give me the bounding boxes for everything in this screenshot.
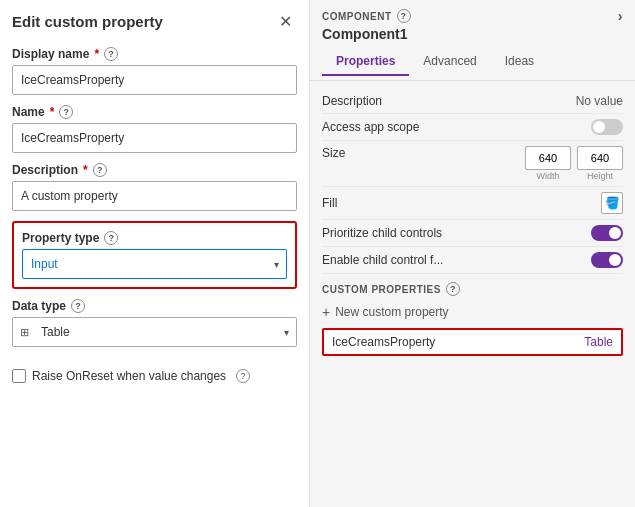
property-type-select[interactable]: Input Output Data xyxy=(22,249,287,279)
name-required-star: * xyxy=(50,105,55,119)
left-panel: Edit custom property ✕ Display name * ? … xyxy=(0,0,310,507)
description-group: Description * ? xyxy=(12,163,297,211)
property-type-select-wrapper: Input Output Data ▾ xyxy=(22,249,287,279)
data-type-label: Data type ? xyxy=(12,299,297,313)
data-type-section: Data type ? ⊞ Table Text Number Boolean … xyxy=(12,299,297,347)
size-width-input[interactable] xyxy=(525,146,571,170)
component-chevron-right-icon[interactable]: › xyxy=(618,8,623,24)
display-name-input[interactable] xyxy=(12,65,297,95)
right-panel: COMPONENT ? › Component1 Properties Adva… xyxy=(310,0,635,507)
name-input[interactable] xyxy=(12,123,297,153)
raise-onreset-label: Raise OnReset when value changes xyxy=(32,369,226,383)
add-custom-property-row[interactable]: + New custom property xyxy=(322,300,623,324)
tab-properties[interactable]: Properties xyxy=(322,48,409,76)
prop-size: Size Width Height xyxy=(322,141,623,187)
plus-icon: + xyxy=(322,304,330,320)
size-width-field: Width xyxy=(525,146,571,181)
right-content: Description No value Access app scope Si… xyxy=(310,81,635,507)
component-name: Component1 xyxy=(322,26,623,42)
property-type-label: Property type ? xyxy=(22,231,287,245)
data-type-info-icon[interactable]: ? xyxy=(71,299,85,313)
tab-advanced[interactable]: Advanced xyxy=(409,48,490,76)
property-type-info-icon[interactable]: ? xyxy=(104,231,118,245)
size-height-input[interactable] xyxy=(577,146,623,170)
property-type-section: Property type ? Input Output Data ▾ xyxy=(12,221,297,289)
prop-fill: Fill 🪣 xyxy=(322,187,623,220)
tabs-row: Properties Advanced Ideas xyxy=(322,48,623,76)
desc-required-star: * xyxy=(83,163,88,177)
required-star: * xyxy=(94,47,99,61)
ice-creams-property-row[interactable]: IceCreamsProperty Table xyxy=(322,328,623,356)
display-name-label: Display name * ? xyxy=(12,47,297,61)
prioritize-child-toggle[interactable] xyxy=(591,225,623,241)
display-name-info-icon[interactable]: ? xyxy=(104,47,118,61)
description-info-icon[interactable]: ? xyxy=(93,163,107,177)
size-inputs: Width Height xyxy=(525,146,623,181)
raise-onreset-info-icon[interactable]: ? xyxy=(236,369,250,383)
fill-bucket-icon: 🪣 xyxy=(605,196,620,210)
prop-access-app-scope: Access app scope xyxy=(322,114,623,141)
access-app-scope-toggle[interactable] xyxy=(591,119,623,135)
custom-prop-type: Table xyxy=(584,335,613,349)
custom-prop-name: IceCreamsProperty xyxy=(332,335,435,349)
raise-onreset-row: Raise OnReset when value changes ? xyxy=(12,369,297,383)
panel-header: Edit custom property ✕ xyxy=(12,10,297,33)
description-label: Description * ? xyxy=(12,163,297,177)
right-header: COMPONENT ? › Component1 Properties Adva… xyxy=(310,0,635,81)
name-label: Name * ? xyxy=(12,105,297,119)
name-group: Name * ? xyxy=(12,105,297,153)
size-height-field: Height xyxy=(577,146,623,181)
close-button[interactable]: ✕ xyxy=(274,10,297,33)
prop-description: Description No value xyxy=(322,89,623,114)
enable-child-toggle[interactable] xyxy=(591,252,623,268)
custom-properties-header: CUSTOM PROPERTIES ? xyxy=(322,274,623,300)
component-info-icon[interactable]: ? xyxy=(397,9,411,23)
fill-swatch[interactable]: 🪣 xyxy=(601,192,623,214)
custom-props-info-icon[interactable]: ? xyxy=(446,282,460,296)
prop-enable-child: Enable child control f... xyxy=(322,247,623,274)
display-name-group: Display name * ? xyxy=(12,47,297,95)
add-prop-label: New custom property xyxy=(335,305,448,319)
name-info-icon[interactable]: ? xyxy=(59,105,73,119)
panel-title: Edit custom property xyxy=(12,13,163,30)
prop-prioritize-child: Prioritize child controls xyxy=(322,220,623,247)
data-type-select[interactable]: Table Text Number Boolean xyxy=(12,317,297,347)
component-label: COMPONENT ? › xyxy=(322,8,623,24)
tab-ideas[interactable]: Ideas xyxy=(491,48,548,76)
description-input[interactable] xyxy=(12,181,297,211)
data-type-select-wrapper: ⊞ Table Text Number Boolean ▾ xyxy=(12,317,297,347)
raise-onreset-checkbox[interactable] xyxy=(12,369,26,383)
